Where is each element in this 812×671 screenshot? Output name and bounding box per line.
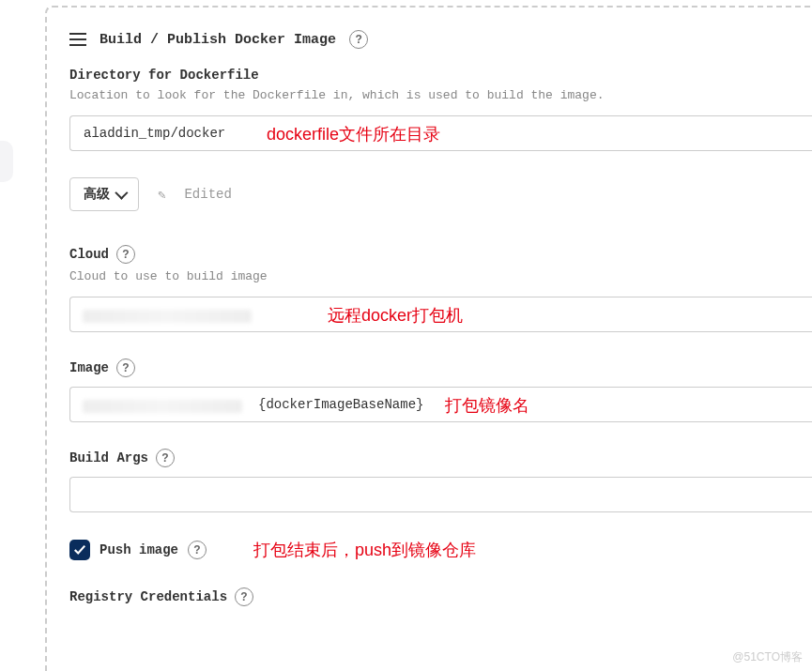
push-image-label: Push image bbox=[100, 542, 178, 557]
page-title: Build / Publish Docker Image bbox=[100, 32, 336, 48]
directory-section: Directory for Dockerfile Location to loo… bbox=[69, 68, 812, 151]
help-icon[interactable]: ? bbox=[349, 30, 368, 49]
advanced-row: 高级 ✎ Edited bbox=[69, 177, 812, 211]
advanced-button[interactable]: 高级 bbox=[69, 177, 139, 211]
help-icon[interactable]: ? bbox=[116, 245, 135, 264]
image-label-row: Image ? bbox=[69, 358, 812, 377]
build-args-label: Build Args bbox=[69, 450, 148, 465]
redacted-image-value bbox=[83, 400, 242, 413]
side-tab bbox=[0, 141, 13, 182]
chevron-down-icon bbox=[115, 187, 128, 200]
build-args-input[interactable] bbox=[69, 477, 812, 512]
redacted-cloud-value bbox=[83, 310, 252, 323]
config-panel: Build / Publish Docker Image ? Directory… bbox=[45, 6, 812, 671]
directory-desc: Location to look for the Dockerfile in, … bbox=[69, 88, 812, 102]
push-image-checkbox[interactable] bbox=[69, 540, 90, 560]
watermark: @51CTO博客 bbox=[732, 649, 803, 665]
directory-label: Directory for Dockerfile bbox=[69, 68, 812, 83]
edited-label: Edited bbox=[184, 187, 231, 202]
annotation-push: 打包结束后，push到镜像仓库 bbox=[253, 539, 476, 561]
help-icon[interactable]: ? bbox=[235, 587, 253, 606]
pencil-icon: ✎ bbox=[158, 187, 165, 203]
registry-label: Registry Credentials bbox=[69, 589, 227, 604]
menu-icon[interactable] bbox=[69, 33, 86, 46]
check-icon bbox=[73, 543, 86, 557]
panel-header: Build / Publish Docker Image ? bbox=[69, 30, 812, 49]
image-section: Image ? 打包镜像名 bbox=[69, 358, 812, 422]
help-icon[interactable]: ? bbox=[116, 358, 135, 377]
cloud-label: Cloud bbox=[69, 247, 109, 262]
help-icon[interactable]: ? bbox=[188, 541, 207, 559]
help-icon[interactable]: ? bbox=[156, 449, 175, 467]
build-args-section: Build Args ? bbox=[69, 449, 812, 512]
cloud-section: Cloud ? Cloud to use to build image 远程do… bbox=[69, 245, 812, 332]
directory-input[interactable] bbox=[69, 115, 812, 151]
cloud-label-row: Cloud ? bbox=[69, 245, 812, 264]
advanced-button-label: 高级 bbox=[84, 186, 110, 203]
build-args-label-row: Build Args ? bbox=[69, 449, 812, 467]
push-image-row: Push image ? 打包结束后，push到镜像仓库 bbox=[69, 539, 812, 561]
cloud-desc: Cloud to use to build image bbox=[69, 269, 812, 283]
registry-label-row: Registry Credentials ? bbox=[69, 587, 812, 606]
image-label: Image bbox=[69, 360, 109, 375]
